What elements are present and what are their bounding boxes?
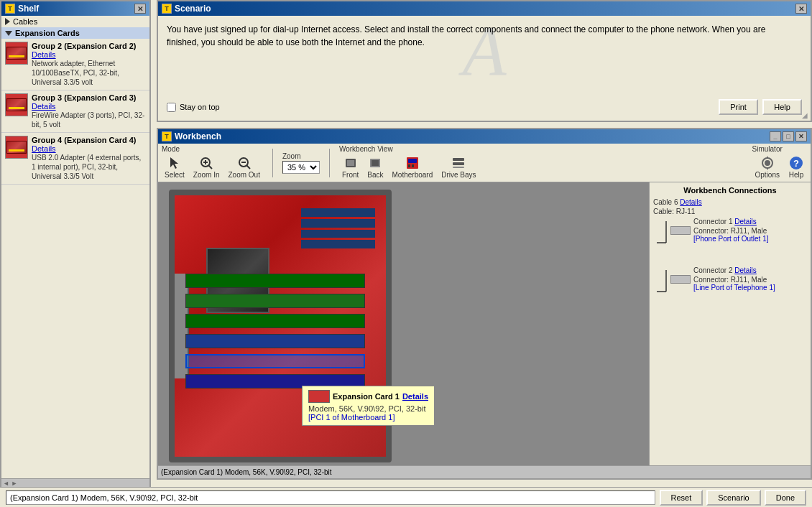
item-title: Group 2 (Expansion Card 2) <box>32 42 146 50</box>
cable6-details-link[interactable]: Details <box>680 198 702 206</box>
shelf-titlebar: T Shelf ✕ <box>1 1 149 16</box>
options-button[interactable]: Options <box>752 154 783 180</box>
connector1-port: [Phone Port of Outlet 1] <box>693 235 769 243</box>
card-icon <box>6 47 27 60</box>
mode-label: Mode <box>162 145 263 153</box>
maximize-button[interactable]: □ <box>783 131 794 141</box>
scenario-title: Scenario <box>175 4 211 14</box>
print-button[interactable]: Print <box>719 99 758 115</box>
item-thumbnail <box>5 93 28 116</box>
cables-row[interactable]: Cables <box>1 16 149 27</box>
item-info: Group 2 (Expansion Card 2) Details Netwo… <box>32 42 146 87</box>
motherboard-label: Motherboard <box>392 171 433 179</box>
scenario-resize-corner[interactable]: ◢ <box>801 111 809 119</box>
status-message: (Expansion Card 1) Modem, 56K, V.90\92, … <box>10 493 198 502</box>
workbench-panel: T Workbench _ □ ✕ Mode Select <box>157 128 812 480</box>
divider2 <box>329 149 330 177</box>
zoom-select[interactable]: 35 % 50 % 75 % 100 % <box>282 161 320 174</box>
cables-expand-icon <box>5 18 10 25</box>
zoom-in-button[interactable]: Zoom In <box>190 154 223 180</box>
view-items: Front Back Motherboard <box>339 154 479 180</box>
select-icon <box>167 155 183 171</box>
scrollbar-indicator: ◄ ► <box>3 480 17 487</box>
connector1-text: Connector 1 Details Connector: RJ11, Mal… <box>693 218 769 243</box>
svg-rect-14 <box>408 164 410 167</box>
drive-bays-button[interactable]: Drive Bays <box>438 154 479 180</box>
reset-button[interactable]: Reset <box>660 490 703 506</box>
workbench-titlebar: T Workbench _ □ ✕ <box>158 129 811 144</box>
bracket1-svg <box>653 221 668 264</box>
shelf-scrollbar[interactable]: ◄ ► <box>1 478 149 487</box>
item-title: Group 3 (Expansion Card 3) <box>32 93 146 102</box>
card-icon <box>6 98 27 111</box>
scenario-titlebar: T Scenario ✕ <box>158 1 811 16</box>
scenario-title-icon: T <box>162 4 172 14</box>
shelf-close-button[interactable]: ✕ <box>134 4 146 14</box>
connector2-group: Connector 2 Details Connector: RJ11, Mal… <box>653 266 807 313</box>
select-label: Select <box>165 171 185 179</box>
connector2-label: Connector 2 <box>693 266 732 274</box>
motherboard-view[interactable]: CPU <box>158 182 649 465</box>
scenario-panel: T Scenario ✕ A You have just signed up f… <box>157 0 812 122</box>
motherboard-button[interactable]: Motherboard <box>389 154 436 180</box>
connector1-link[interactable]: Details <box>734 218 757 225</box>
item-info: Group 4 (Expansion Card 4) Details USB 2… <box>32 136 146 181</box>
wb-help-button[interactable]: ? Help <box>785 154 807 180</box>
tooltip-card-title: Expansion Card 1 <box>333 392 400 401</box>
connector1-label: Connector 1 <box>693 218 732 225</box>
connections-title: Workbench Connections <box>653 186 807 195</box>
svg-point-19 <box>765 160 770 166</box>
front-button[interactable]: Front <box>339 154 361 180</box>
list-item: Group 2 (Expansion Card 2) Details Netwo… <box>1 39 149 90</box>
svg-rect-15 <box>412 164 414 167</box>
svg-rect-17 <box>453 162 464 165</box>
motherboard-icon <box>405 155 420 171</box>
options-icon <box>760 155 775 171</box>
connector1-item: Connector 1 Details Connector: RJ11, Mal… <box>670 218 807 243</box>
close-button[interactable]: ✕ <box>795 131 807 141</box>
scenario-footer: Stay on top Print Help <box>158 99 811 115</box>
zoom-items: 35 % 50 % 75 % 100 % <box>282 161 320 174</box>
expansion-header[interactable]: Expansion Cards <box>1 27 149 39</box>
zoom-out-button[interactable]: Zoom Out <box>225 154 262 180</box>
connector1-type: Connector: RJ11, Male <box>693 227 769 235</box>
back-icon <box>367 155 383 171</box>
tooltip-details-link[interactable]: Details <box>402 392 428 401</box>
workbench-connections-panel: Workbench Connections Cable 6 Details Ca… <box>649 182 811 465</box>
bracket2-svg <box>653 270 668 313</box>
svg-rect-13 <box>408 159 417 163</box>
tooltip-desc2: [PCI 1 of Motherboard 1] <box>308 413 428 422</box>
shelf-titlebar-left: T Shelf <box>5 4 39 14</box>
back-button[interactable]: Back <box>364 154 386 180</box>
scenario-body: A You have just signed up for dial-up In… <box>158 16 811 56</box>
stay-on-top-label: Stay on top <box>180 103 220 111</box>
zoom-group: Zoom 35 % 50 % 75 % 100 % <box>282 152 320 174</box>
minimize-button[interactable]: _ <box>770 131 781 141</box>
connector2-item: Connector 2 Details Connector: RJ11, Mal… <box>670 266 807 292</box>
status-text-field: (Expansion Card 1) Modem, 56K, V.90\92, … <box>6 490 655 505</box>
tooltip-desc1: Modem, 56K, V.90\92, PCI, 32-bit <box>308 404 428 413</box>
scenario-close-button[interactable]: ✕ <box>795 4 807 14</box>
expansion-label: Expansion Cards <box>15 29 80 37</box>
cable6-label: Cable 6 <box>653 198 678 206</box>
connector2-text: Connector 2 Details Connector: RJ11, Mal… <box>693 266 775 292</box>
select-button[interactable]: Select <box>162 154 188 180</box>
connector1-thumb <box>670 226 691 235</box>
cable-rj11-label: Cable: RJ-11 <box>653 208 695 215</box>
scenario-button[interactable]: Scenario <box>706 490 760 506</box>
stay-on-top-checkbox[interactable] <box>167 103 176 112</box>
svg-line-6 <box>246 165 250 169</box>
item-details-link[interactable]: Details <box>32 50 146 59</box>
item-details-link[interactable]: Details <box>32 102 146 111</box>
workbench-title-icon: T <box>162 131 172 141</box>
card-icon <box>6 141 27 154</box>
help-button[interactable]: Help <box>762 99 802 115</box>
expansion-expand-icon <box>5 31 12 36</box>
connector1-info: Connector 1 Details Connector: RJ11, Mal… <box>670 218 807 248</box>
connector2-link[interactable]: Details <box>734 266 757 274</box>
item-details-link[interactable]: Details <box>32 144 146 153</box>
done-button[interactable]: Done <box>765 490 806 506</box>
svg-text:?: ? <box>793 158 799 169</box>
cable6-line: Cable 6 Details <box>653 198 807 206</box>
connector2-port: [Line Port of Telephone 1] <box>693 284 775 292</box>
